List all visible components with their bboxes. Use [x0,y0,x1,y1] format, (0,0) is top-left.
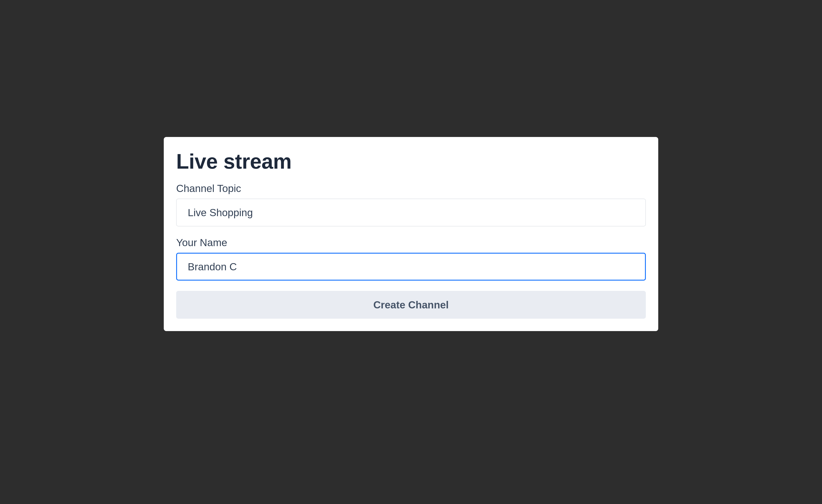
your-name-group: Your Name [176,237,646,281]
your-name-label: Your Name [176,237,646,248]
channel-topic-group: Channel Topic [176,182,646,226]
card-title: Live stream [176,149,646,173]
channel-topic-label: Channel Topic [176,182,646,194]
create-channel-button[interactable]: Create Channel [176,291,646,319]
channel-topic-input[interactable] [176,198,646,226]
your-name-input[interactable] [176,253,646,281]
create-channel-card: Live stream Channel Topic Your Name Crea… [164,137,658,331]
